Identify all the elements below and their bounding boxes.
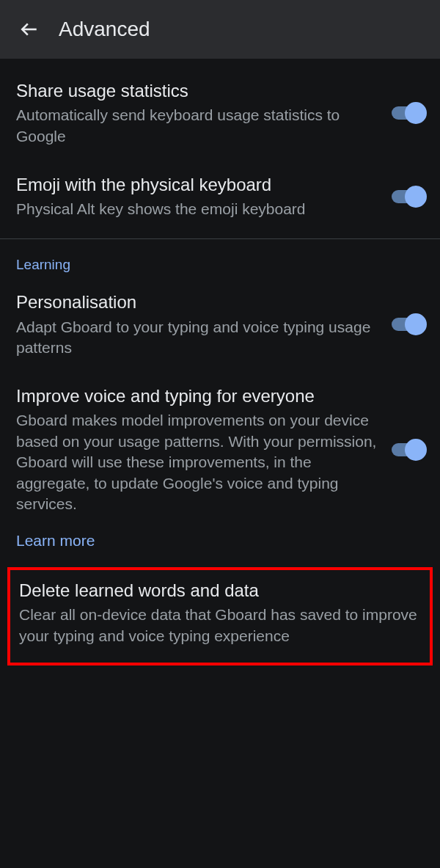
toggle-knob xyxy=(405,439,427,461)
toggle-knob xyxy=(405,313,427,335)
setting-desc: Adapt Gboard to your typing and voice ty… xyxy=(16,317,377,359)
setting-title: Emoji with the physical keyboard xyxy=(16,173,377,196)
toggle-knob xyxy=(405,102,427,124)
section-header-learning: Learning xyxy=(0,239,440,277)
setting-text: Emoji with the physical keyboard Physica… xyxy=(16,173,392,220)
toggle-share-usage[interactable] xyxy=(392,106,424,120)
learn-more-link[interactable]: Learn more xyxy=(0,528,440,564)
setting-share-usage[interactable]: Share usage statistics Automatically sen… xyxy=(0,66,440,160)
setting-title: Share usage statistics xyxy=(16,79,377,102)
setting-desc: Physical Alt key shows the emoji keyboar… xyxy=(16,199,377,219)
setting-title: Improve voice and typing for everyone xyxy=(16,384,377,407)
back-arrow-icon xyxy=(20,20,39,39)
setting-title: Delete learned words and data xyxy=(19,579,421,602)
setting-desc: Gboard makes model improvements on your … xyxy=(16,410,377,514)
setting-text: Personalisation Adapt Gboard to your typ… xyxy=(16,291,392,358)
app-header: Advanced xyxy=(0,0,440,59)
toggle-improve-voice[interactable] xyxy=(392,443,424,456)
toggle-knob xyxy=(405,186,427,208)
setting-title: Personalisation xyxy=(16,291,377,313)
setting-desc: Clear all on-device data that Gboard has… xyxy=(19,605,421,646)
settings-content: Share usage statistics Automatically sen… xyxy=(0,59,440,665)
page-title: Advanced xyxy=(59,18,150,41)
setting-text: Improve voice and typing for everyone Gb… xyxy=(16,384,392,514)
toggle-personalisation[interactable] xyxy=(392,318,424,331)
setting-improve-voice[interactable]: Improve voice and typing for everyone Gb… xyxy=(0,371,440,528)
setting-desc: Automatically send keyboard usage statis… xyxy=(16,105,377,147)
setting-delete-learned-highlight[interactable]: Delete learned words and data Clear all … xyxy=(7,567,433,665)
setting-emoji-physical[interactable]: Emoji with the physical keyboard Physica… xyxy=(0,160,440,233)
back-button[interactable] xyxy=(15,15,44,44)
setting-personalisation[interactable]: Personalisation Adapt Gboard to your typ… xyxy=(0,277,440,371)
setting-text: Share usage statistics Automatically sen… xyxy=(16,79,392,147)
toggle-emoji-physical[interactable] xyxy=(392,190,424,203)
